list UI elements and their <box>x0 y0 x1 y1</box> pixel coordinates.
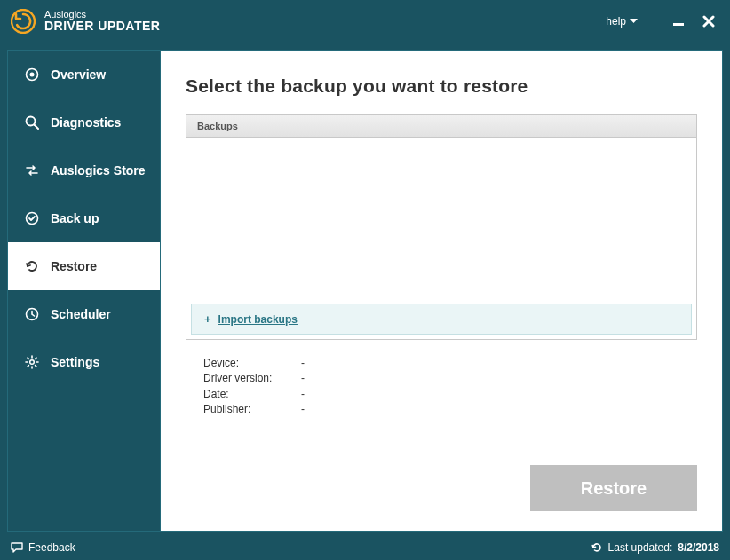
backups-panel-header: Backups <box>186 115 696 138</box>
close-button[interactable] <box>698 11 719 32</box>
sidebar: Overview Diagnostics Auslogics Store Bac… <box>7 50 160 532</box>
plus-icon: + <box>204 312 211 326</box>
svg-line-18 <box>28 365 28 366</box>
import-backups-link[interactable]: Import backups <box>218 313 298 326</box>
titlebar: Auslogics DRIVER UPDATER help <box>0 0 730 43</box>
app-logo-icon <box>11 9 36 34</box>
last-updated-label: Last updated: <box>608 541 673 554</box>
svg-point-5 <box>30 72 35 76</box>
sidebar-item-label: Auslogics Store <box>51 163 146 177</box>
sidebar-item-label: Diagnostics <box>51 115 121 130</box>
sidebar-item-scheduler[interactable]: Scheduler <box>8 290 160 338</box>
date-value: - <box>301 387 305 402</box>
content-pane: Select the backup you want to restore Ba… <box>160 50 723 532</box>
sidebar-item-label: Restore <box>51 259 97 273</box>
publisher-label: Publisher: <box>203 402 301 417</box>
minimize-button[interactable] <box>668 11 689 32</box>
chat-icon <box>11 541 23 554</box>
swap-icon <box>24 162 40 178</box>
statusbar: Feedback Last updated: 8/2/2018 <box>0 535 730 560</box>
svg-line-17 <box>36 358 36 359</box>
restore-button[interactable]: Restore <box>530 465 697 511</box>
sidebar-item-label: Back up <box>51 211 99 225</box>
svg-line-7 <box>35 124 39 129</box>
driver-version-label: Driver version: <box>203 371 301 386</box>
app-title: Auslogics DRIVER UPDATER <box>44 9 160 33</box>
target-icon <box>24 67 40 83</box>
publisher-value: - <box>301 402 305 417</box>
driver-version-value: - <box>301 371 305 386</box>
svg-line-16 <box>36 365 36 366</box>
sidebar-item-backup[interactable]: Back up <box>8 194 160 242</box>
check-circle-icon <box>24 210 40 226</box>
sidebar-item-overview[interactable]: Overview <box>8 51 160 99</box>
page-title: Select the backup you want to restore <box>186 75 697 97</box>
chevron-down-icon <box>630 19 638 24</box>
feedback-label: Feedback <box>28 541 75 554</box>
refresh-icon <box>591 541 603 554</box>
sidebar-item-label: Overview <box>51 67 106 82</box>
import-backups-row[interactable]: + Import backups <box>191 304 692 335</box>
svg-rect-1 <box>673 23 684 26</box>
svg-line-15 <box>28 358 28 359</box>
help-menu[interactable]: help <box>606 15 638 28</box>
svg-point-10 <box>30 359 35 364</box>
sidebar-item-settings[interactable]: Settings <box>8 338 160 386</box>
backups-list[interactable] <box>186 138 696 299</box>
feedback-link[interactable]: Feedback <box>11 541 75 554</box>
backups-panel: Backups + Import backups <box>186 114 697 340</box>
last-updated-value: 8/2/2018 <box>678 541 719 554</box>
help-label: help <box>606 15 626 28</box>
sidebar-item-store[interactable]: Auslogics Store <box>8 146 160 194</box>
last-updated: Last updated: 8/2/2018 <box>591 541 719 554</box>
device-value: - <box>301 356 305 371</box>
gear-icon <box>24 354 40 370</box>
sidebar-item-label: Settings <box>51 355 99 369</box>
search-icon <box>24 114 40 130</box>
sidebar-item-restore[interactable]: Restore <box>8 242 160 290</box>
sidebar-item-label: Scheduler <box>51 307 111 321</box>
device-label: Device: <box>203 356 301 371</box>
body-area: Overview Diagnostics Auslogics Store Bac… <box>0 43 730 535</box>
restore-icon <box>24 258 40 274</box>
backup-details: Device: - Driver version: - Date: - Publ… <box>186 356 697 418</box>
clock-icon <box>24 306 40 322</box>
date-label: Date: <box>203 387 301 402</box>
sidebar-item-diagnostics[interactable]: Diagnostics <box>8 99 160 146</box>
app-title-line2: DRIVER UPDATER <box>44 20 160 33</box>
